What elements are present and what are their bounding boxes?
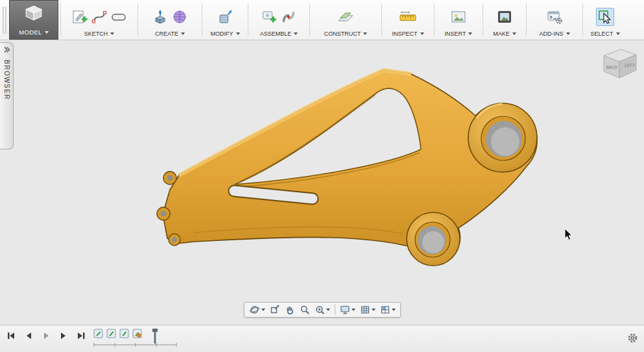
construct-menu-label: CONSTRUCT [324,31,361,37]
addins-menu[interactable]: ADD-INS [539,31,569,37]
toolbar-divider [483,3,483,36]
make-menu-label: MAKE [493,31,510,37]
toolbar-divider [137,3,138,36]
display-settings-icon[interactable] [340,305,355,315]
make-menu[interactable]: MAKE [493,31,516,37]
timeline-ruler [93,338,178,350]
orbit-icon[interactable] [249,305,265,315]
toolbar-grip-handle[interactable] [3,6,6,34]
look-at-icon[interactable] [270,305,280,315]
select-menu[interactable]: SELECT [590,31,619,37]
new-component-icon[interactable] [261,9,277,25]
play-button[interactable] [42,331,51,340]
create-menu-label: CREATE [155,31,178,37]
chevrons-right-icon [3,46,10,53]
toolbar-group-assemble: ASSEMBLE [250,0,307,40]
sketch-menu-label: SKETCH [84,31,108,37]
navigation-toolbar [244,302,401,318]
view-cube[interactable]: BACK LEFT [599,45,640,84]
zoom-icon[interactable] [300,305,310,315]
caret-down-icon [326,308,330,311]
measure-icon[interactable] [400,9,416,25]
toolbar-divider [526,3,527,36]
model-cube-icon [25,5,43,21]
toolbar-divider [381,3,382,36]
make-3d-print-icon[interactable] [497,9,512,25]
toolbar-divider [309,3,310,36]
step-back-button[interactable] [24,331,33,340]
form-icon[interactable] [172,9,187,25]
modify-menu-label: MODIFY [211,31,233,37]
spline-icon[interactable] [91,9,107,25]
grid-snaps-icon[interactable] [360,305,376,315]
fusion-window: MODEL [0,0,644,352]
sketch-feature-alt-icon[interactable] [132,329,142,338]
sketch-feature-icon[interactable] [106,329,116,338]
insert-image-icon[interactable] [451,9,466,25]
caret-down-icon [392,308,396,311]
extrude-icon[interactable] [152,9,168,25]
toolbar-group-inspect: INSPECT [384,0,432,40]
browser-tab-label: BROWSER [3,60,10,100]
caret-down-icon [181,32,185,35]
toolbar-divider [202,3,202,36]
construction-plane-icon[interactable] [337,9,354,25]
insert-menu-label: INSERT [445,31,466,37]
caret-down-icon [352,308,355,311]
model-label: MODEL [19,29,42,36]
inspect-menu[interactable]: INSPECT [392,31,423,37]
construct-menu[interactable]: CONSTRUCT [324,31,368,37]
sketch-feature-icon[interactable] [119,329,129,338]
assemble-menu[interactable]: ASSEMBLE [260,31,298,37]
viewport-canvas[interactable]: BROWSER BACK LEFT [0,40,644,325]
slot-icon[interactable] [111,9,126,25]
step-forward-button[interactable] [59,331,68,340]
caret-down-icon [616,32,620,35]
go-to-end-button[interactable] [77,331,86,340]
model-3d-part[interactable] [0,40,644,325]
toolbar-divider [60,3,61,36]
toolbar-divider [248,3,248,36]
toolbar-group-addins: ADD-INS [529,0,580,40]
caret-down-icon [363,32,367,35]
toolbar-group-make: MAKE [485,0,524,40]
navbar-divider [335,305,335,315]
browser-panel-tab[interactable]: BROWSER [0,42,14,149]
viewports-icon[interactable] [380,305,396,315]
caret-down-icon [566,32,570,35]
press-pull-icon[interactable] [217,9,233,25]
toolbar-group-construct: CONSTRUCT [312,0,379,40]
caret-down-icon [420,32,424,35]
caret-down-icon [110,32,114,35]
addins-menu-label: ADD-INS [539,31,563,37]
select-cursor-icon[interactable] [596,8,614,26]
toolbar-group-insert: INSERT [436,0,481,40]
assemble-menu-label: ASSEMBLE [260,31,292,37]
ribbon-toolbar: MODEL [0,0,644,40]
caret-down-icon [512,32,516,35]
toolbar-group-select: SELECT [585,0,625,40]
select-menu-label: SELECT [590,31,613,37]
sketch-feature-icon[interactable] [93,329,103,338]
joint-icon[interactable] [281,9,296,25]
fit-icon[interactable] [315,305,330,315]
sketch-menu[interactable]: SKETCH [84,31,115,37]
toolbar-group-modify: MODIFY [204,0,246,40]
pan-icon[interactable] [285,305,295,315]
timeline-playback-controls [6,331,86,340]
go-to-start-button[interactable] [6,331,16,340]
insert-menu[interactable]: INSERT [445,31,473,37]
toolbar-divider [434,3,435,36]
gear-icon[interactable] [627,333,638,346]
caret-down-icon [468,32,472,35]
model-workspace-button[interactable]: MODEL [9,0,58,40]
caret-down-icon [261,308,265,311]
scripts-addins-icon[interactable] [547,9,562,25]
viewcube-left-label: LEFT [625,63,635,68]
toolbar-group-sketch: SKETCH [63,0,136,40]
modify-menu[interactable]: MODIFY [211,31,240,37]
create-sketch-icon[interactable] [72,9,88,25]
viewcube-back-label: BACK [606,65,618,69]
caret-down-icon [294,32,298,35]
create-menu[interactable]: CREATE [155,31,185,37]
